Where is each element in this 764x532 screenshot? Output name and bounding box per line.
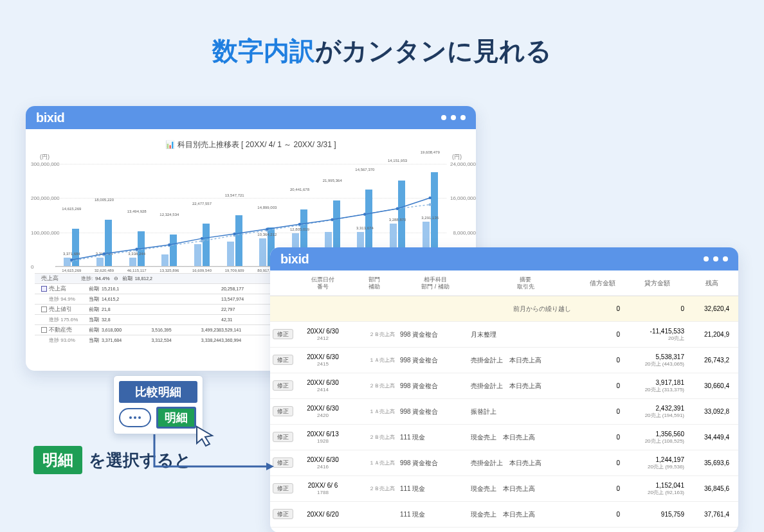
row-checkbox[interactable] [41,327,47,333]
chart-title: 科目別売上推移表 [ 20XX/ 4/ 1 ～ 20XX/ 3/31 ] [35,139,467,150]
carryover-row: 前月からの繰り越し 0 0 32,620,4 [270,296,738,322]
svg-marker-25 [266,463,274,470]
table-row: 修正20XX/ 6/ 61788２Ｂ売上高111 現金現金売上 本日売上高01,… [270,476,738,502]
brand-logo: bixid [36,111,64,125]
detail-button[interactable]: 明細 [156,407,196,429]
brand-logo: bixid [280,252,309,267]
svg-point-20 [331,218,333,221]
svg-point-16 [201,237,203,240]
y-right-unit: (円) [452,153,462,161]
hero-rest: がカンタンに見れる [315,37,552,65]
table-row: 修正20XX/ 6/302420１Ａ売上高998 資金複合振替計上 02,432… [270,399,738,425]
titlebar: bixid [26,106,476,129]
svg-point-13 [103,253,105,255]
svg-point-23 [428,197,431,199]
detail-chip: 明細 [33,446,82,474]
row-checkbox[interactable] [41,286,47,292]
edit-button[interactable]: 修正 [273,509,293,519]
svg-marker-24 [197,427,212,446]
svg-point-21 [363,213,366,215]
svg-point-11 [428,203,431,206]
detail-header: 伝票日付番号 部門補助 相手科目部門 / 補助 摘要取引先 借方金額 貸方金額 … [270,270,738,296]
edit-button[interactable]: 修正 [273,483,293,493]
edit-button[interactable]: 修正 [273,355,293,365]
more-icon[interactable] [119,408,151,427]
compare-detail-button[interactable]: 比較明細 [119,381,197,403]
table-row: 修正20XX/ 6/302416１Ａ売上高998 資金複合売掛金計上 本日売上高… [270,450,738,476]
hero-title: 数字内訳がカンタンに見れる [0,0,764,88]
hero-accent: 数字内訳 [212,37,315,65]
svg-point-14 [135,248,138,251]
table-row: 修正20XX/ 6/302412２Ｂ売上高998 資金複合月末整理 0-11,4… [270,322,738,348]
edit-button[interactable]: 修正 [273,329,293,339]
svg-point-19 [298,223,301,226]
row-checkbox[interactable] [41,306,47,312]
table-row: 修正20XX/ 6/302414２Ｂ売上高998 資金複合売掛金計上 本日売上高… [270,373,738,399]
svg-point-17 [233,233,235,235]
window-dots [441,115,466,120]
detail-window: bixid 伝票日付番号 部門補助 相手科目部門 / 補助 摘要取引先 借方金額… [270,247,738,532]
table-row: 修正20XX/ 6/20111 現金現金売上 本日売上高0915,75937,7… [270,502,738,528]
y-left-unit: (円) [40,153,50,161]
svg-point-18 [266,227,268,230]
svg-point-15 [168,244,170,246]
context-menu: 比較明細 明細 [113,375,203,434]
cursor-icon [193,424,219,450]
svg-point-4 [201,240,203,242]
edit-button[interactable]: 修正 [273,380,293,391]
svg-point-22 [396,208,399,210]
titlebar: bixid [270,247,738,270]
table-row: 修正20XX/ 6/302415１Ａ売上高998 資金複合売掛金計上 本日売上高… [270,348,738,373]
table-row: 修正20XX/ 6/131928２Ｂ売上高111 現金現金売上 本日売上高01,… [270,425,738,450]
svg-point-12 [70,258,73,261]
window-dots [704,256,728,262]
